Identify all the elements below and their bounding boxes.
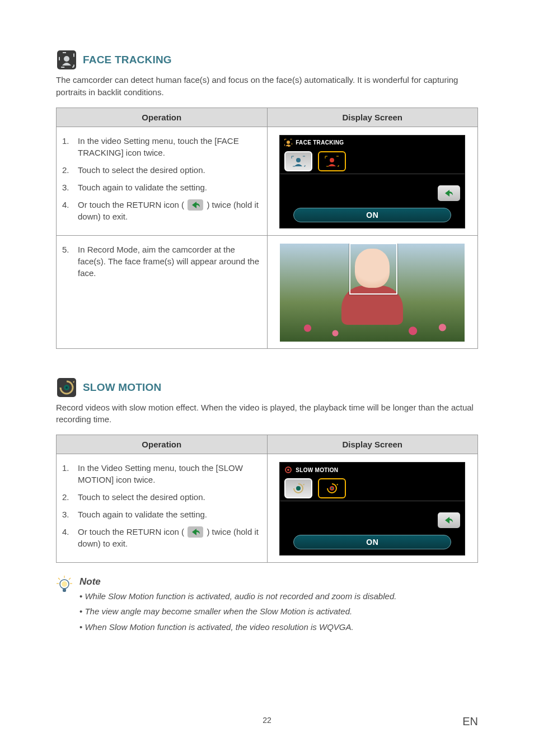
return-icon (188, 526, 203, 538)
page-number: 22 (0, 716, 534, 725)
display-cell: FACE TRACKING (267, 127, 478, 235)
section-header-slow-motion: SLOW MOTION (56, 378, 478, 397)
display-cell: SLOW MOTION (267, 454, 478, 563)
svg-point-9 (330, 158, 334, 162)
step-3: Touch again to validate the setting. (73, 508, 261, 520)
step-2: Touch to select the desired option. (73, 491, 261, 503)
status-pill: ON (293, 208, 451, 222)
operation-cell-2: In Record Mode, aim the camcorder at the… (57, 235, 268, 348)
screen-title: SLOW MOTION (296, 467, 338, 473)
step-4: Or touch the RETURN icon ( ) twice (hold… (73, 199, 261, 222)
col-header-operation: Operation (57, 108, 268, 127)
option-on-button[interactable] (318, 478, 346, 498)
svg-point-12 (65, 386, 68, 389)
svg-line-21 (69, 578, 71, 580)
svg-point-2 (64, 56, 69, 62)
operation-cell: In the Video Setting menu, touch the [SL… (57, 454, 268, 563)
option-on-button[interactable] (318, 151, 346, 171)
svg-line-20 (58, 578, 60, 580)
svg-point-4 (287, 141, 290, 144)
step-2: Touch to select the desired option. (73, 164, 261, 176)
svg-point-15 (287, 469, 289, 471)
note-title: Note (79, 576, 396, 587)
screen-return-button[interactable] (438, 512, 460, 528)
svg-point-18 (331, 487, 333, 489)
slow-motion-icon (57, 378, 76, 397)
sample-photo (280, 244, 465, 342)
step-4: Or touch the RETURN icon ( ) twice (hold… (73, 526, 261, 549)
step-1: In the video Setting menu, touch the [FA… (73, 135, 261, 158)
display-cell-2 (267, 235, 478, 348)
step-1: In the Video Setting menu, touch the [SL… (73, 462, 261, 486)
col-header-operation: Operation (57, 435, 268, 454)
step-5: In Record Mode, aim the camcorder at the… (73, 244, 261, 279)
svg-point-25 (62, 581, 67, 587)
section-title: FACE TRACKING (83, 54, 172, 66)
svg-point-7 (296, 158, 301, 162)
svg-rect-26 (63, 589, 66, 592)
screen-mock-slow-motion: SLOW MOTION (279, 462, 465, 556)
step-3: Touch again to validate the setting. (73, 181, 261, 193)
note-item: While Slow Motion function is activated,… (79, 590, 396, 603)
face-tracking-icon (57, 50, 76, 69)
note-block: Note While Slow Motion function is activ… (56, 575, 478, 636)
section-intro: Record videos with slow motion effect. W… (56, 402, 478, 426)
screen-header-icon (284, 466, 292, 474)
section-intro: The camcorder can detect human face(s) a… (56, 74, 478, 99)
note-item: The view angle may become smaller when t… (79, 605, 396, 618)
note-item: When Slow Motion function is activated, … (79, 620, 396, 633)
return-icon (188, 199, 203, 211)
language-indicator: EN (462, 715, 478, 728)
option-off-button[interactable] (284, 478, 312, 498)
col-header-display: Display Screen (267, 435, 478, 454)
section-header-face-tracking: FACE TRACKING (56, 50, 478, 69)
slow-motion-table: Operation Display Screen In the Video Se… (56, 435, 478, 563)
lightbulb-icon (56, 575, 73, 594)
face-detection-frame (355, 249, 390, 288)
face-tracking-table: Operation Display Screen In the video Se… (56, 108, 478, 349)
section-title: SLOW MOTION (83, 381, 161, 394)
option-off-button[interactable] (284, 151, 312, 171)
operation-cell: In the video Setting menu, touch the [FA… (57, 127, 268, 235)
screen-header-icon (284, 139, 292, 147)
svg-point-16 (296, 486, 301, 491)
screen-return-button[interactable] (438, 185, 460, 201)
status-pill: ON (293, 535, 451, 549)
col-header-display: Display Screen (267, 108, 478, 127)
screen-title: FACE TRACKING (296, 139, 344, 146)
screen-mock-face-tracking: FACE TRACKING (279, 135, 465, 228)
